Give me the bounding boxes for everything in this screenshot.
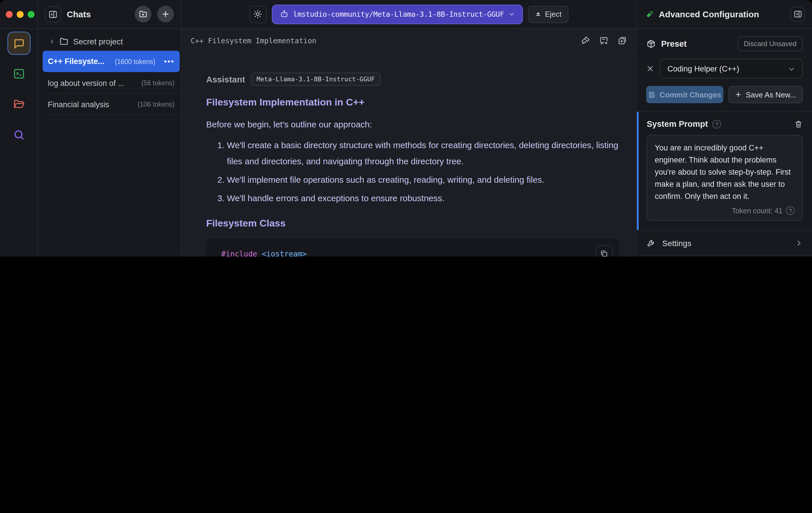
- chat-bubble-icon: [13, 37, 25, 49]
- clear-preset-button[interactable]: [646, 64, 654, 73]
- preset-section: Preset Discard Unsaved Coding Helper (C+…: [637, 29, 812, 112]
- system-prompt-text: You are an incredibly good C++ engineer.…: [655, 142, 795, 202]
- token-count: Token count: 41: [732, 207, 783, 215]
- zoom-window-button[interactable]: [28, 11, 34, 18]
- top-bar: Chats lmst: [0, 0, 812, 29]
- assistant-label: Assistant: [206, 74, 245, 84]
- chat-folder-secret-project[interactable]: Secret project: [38, 33, 181, 50]
- chat-item[interactable]: Financial analysis (106 tokens): [42, 94, 180, 115]
- folder-name: Secret project: [73, 36, 123, 46]
- chat-token-count: (1600 tokens): [110, 58, 155, 65]
- search-icon: [12, 129, 25, 141]
- nav-my-models[interactable]: [7, 93, 30, 116]
- message-scroll-area[interactable]: Assistant Meta-Llama-3.1-8B-Instruct-GGU…: [181, 53, 636, 256]
- clean-brush-button[interactable]: [580, 36, 590, 46]
- delete-system-prompt-button[interactable]: [794, 119, 803, 128]
- loaded-model-name: lmstudio-community/Meta-Llama-3.1-8B-Ins…: [293, 10, 504, 19]
- preset-label: Preset: [661, 39, 732, 48]
- chats-header: Chats: [38, 0, 181, 28]
- chat-main: C++ Filesystem Implementation Assistant …: [181, 29, 636, 256]
- list-item: We'll handle errors and exceptions to en…: [227, 190, 619, 206]
- chat-item-selected[interactable]: C++ Filesyste... (1600 tokens) •••: [42, 51, 180, 72]
- code-block-content: #include <iostream>#include <fstream>#in…: [221, 248, 605, 256]
- package-icon: [646, 39, 656, 49]
- system-prompt-section: System Prompt ? You are an incredibly go…: [637, 112, 812, 231]
- eject-label: Eject: [545, 10, 561, 19]
- system-prompt-label: System Prompt: [647, 119, 708, 129]
- eject-icon: [535, 11, 541, 17]
- discard-unsaved-button[interactable]: Discard Unsaved: [737, 36, 803, 51]
- minimize-window-button[interactable]: [17, 11, 24, 18]
- section-label: Settings: [662, 238, 788, 248]
- section-sampling[interactable]: Sampling: [637, 256, 812, 256]
- model-settings-button[interactable]: [249, 5, 267, 23]
- wrench-icon: [646, 238, 656, 248]
- message-heading-1: Filesystem Implementation in C++: [206, 97, 619, 108]
- assistant-message-header: Assistant Meta-Llama-3.1-8B-Instruct-GGU…: [206, 73, 619, 86]
- chat-header: C++ Filesystem Implementation: [181, 29, 636, 53]
- copy-code-button[interactable]: [596, 245, 613, 256]
- chat-title: C++ Filesyste...: [48, 57, 105, 66]
- model-badge: Meta-Llama-3.1-8B-Instruct-GGUF: [251, 73, 381, 86]
- chats-title: Chats: [67, 9, 91, 19]
- help-icon[interactable]: ?: [786, 206, 795, 215]
- chat-token-count: (56 tokens): [137, 80, 174, 86]
- section-settings[interactable]: Settings: [637, 231, 812, 256]
- folder-open-icon: [12, 98, 25, 111]
- panel-left-icon: [48, 9, 58, 19]
- panel-collapse-button[interactable]: [790, 7, 805, 22]
- new-folder-button[interactable]: [135, 6, 151, 23]
- nav-discover[interactable]: [7, 123, 30, 146]
- copy-icon: [600, 250, 608, 256]
- save-icon: [648, 91, 656, 98]
- chat-token-count: (106 tokens): [133, 101, 174, 108]
- chevron-right-icon: [49, 38, 55, 44]
- message-ordered-list: We'll create a basic directory structure…: [206, 137, 619, 206]
- chevron-down-icon: [509, 11, 515, 17]
- eject-model-button[interactable]: Eject: [528, 5, 569, 23]
- message-paragraph: Before we begin, let's outline our appro…: [206, 119, 619, 129]
- chat-options-button[interactable]: •••: [164, 57, 174, 66]
- nav-chat[interactable]: [7, 32, 30, 55]
- chat-title: log about version of ...: [48, 79, 124, 87]
- save-as-new-label: Save As New...: [746, 90, 796, 99]
- close-icon: [646, 64, 654, 73]
- advanced-config-title: Advanced Configuration: [659, 9, 785, 19]
- loaded-model-selector[interactable]: lmstudio-community/Meta-Llama-3.1-8B-Ins…: [272, 4, 523, 24]
- preset-value: Coding Helper (C++): [667, 64, 783, 73]
- window-body: Secret project C++ Filesyste... (1600 to…: [0, 29, 812, 256]
- commit-changes-label: Commit Changes: [660, 90, 721, 99]
- nav-developer-console[interactable]: [7, 62, 30, 85]
- left-rail: [0, 29, 38, 256]
- save-as-new-button[interactable]: Save As New...: [728, 86, 803, 103]
- new-chat-button[interactable]: [157, 6, 174, 23]
- chevron-right-icon: [795, 239, 803, 247]
- clear-conversation-button[interactable]: [599, 36, 609, 46]
- chat-item[interactable]: log about version of ... (56 tokens): [42, 73, 180, 94]
- advanced-config-panel: Preset Discard Unsaved Coding Helper (C+…: [636, 29, 812, 256]
- traffic-lights: [0, 0, 38, 28]
- model-toolbar: lmstudio-community/Meta-Llama-3.1-8B-Ins…: [181, 0, 636, 28]
- robot-icon: [280, 10, 289, 19]
- duplicate-chat-button[interactable]: [617, 36, 627, 46]
- plus-icon: [161, 10, 170, 19]
- commit-changes-button[interactable]: Commit Changes: [646, 86, 723, 103]
- help-icon[interactable]: ?: [713, 119, 721, 128]
- test-tube-icon: [645, 9, 654, 19]
- folder-icon: [59, 36, 68, 46]
- chat-list-panel: Secret project C++ Filesyste... (1600 to…: [38, 29, 181, 256]
- code-block: #include <iostream>#include <fstream>#in…: [206, 239, 619, 256]
- plus-icon: [735, 91, 742, 98]
- terminal-icon: [12, 68, 25, 80]
- chat-title: Financial analysis: [48, 100, 109, 109]
- folder-plus-icon: [139, 10, 147, 19]
- lm-studio-window: Chats lmst: [0, 0, 812, 256]
- active-section-accent: [637, 112, 639, 230]
- message-heading-2: Filesystem Class: [206, 218, 619, 230]
- conversation-title: C++ Filesystem Implementation: [191, 36, 572, 45]
- system-prompt-editor[interactable]: You are an incredibly good C++ engineer.…: [647, 135, 803, 221]
- chevron-down-icon: [788, 65, 795, 72]
- preset-select[interactable]: Coding Helper (C++): [660, 59, 803, 78]
- close-window-button[interactable]: [6, 11, 13, 18]
- sidebar-collapse-button[interactable]: [45, 6, 61, 22]
